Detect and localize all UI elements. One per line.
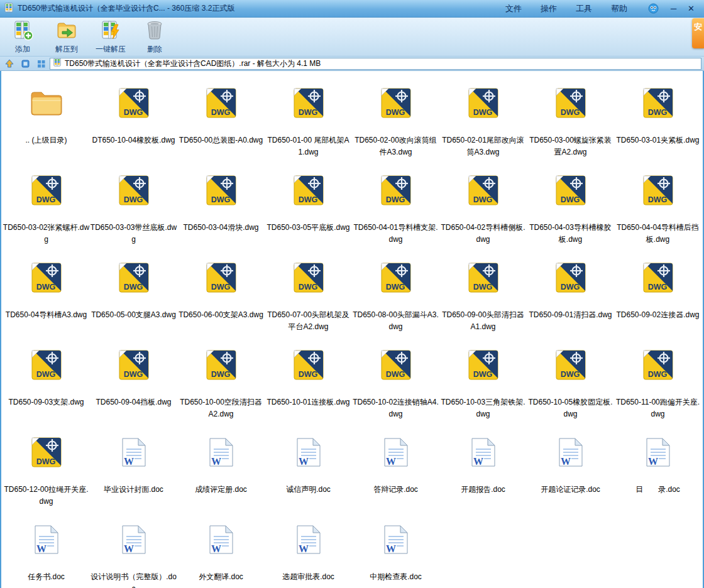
file-item[interactable]: DWG TD650-04-01导料槽支架.dwg [352, 161, 439, 249]
file-name: TD650-09-02连接器.dwg [616, 309, 699, 321]
view-list-button[interactable] [18, 58, 32, 70]
titlebar: TD650带式输送机设计（全套毕业设计含C... - 360压缩 3.2正式版 … [0, 0, 704, 18]
file-item[interactable]: DWG TD650-09-03支架.dwg [3, 336, 90, 423]
svg-text:W: W [124, 456, 134, 467]
file-name: 设计说明书（完整版）.doc [91, 571, 177, 588]
add-archive-icon [12, 19, 33, 43]
file-item[interactable]: DWG TD650-07-00头部机架及平台A2.dwg [265, 249, 352, 336]
safety-badge[interactable]: 安 [692, 18, 704, 48]
doc-file-icon: W [119, 436, 148, 469]
file-name: 答辩记录.doc [373, 484, 418, 496]
file-item[interactable]: W 中期检查表.doc [352, 511, 439, 588]
file-item[interactable]: DWG TD650-04-02导料槽侧板.dwg [439, 161, 527, 249]
close-button[interactable]: ✕ [682, 3, 700, 14]
file-item[interactable]: DWG TD650-09-01清扫器.dwg [527, 249, 614, 336]
file-item[interactable]: W 诚信声明.doc [265, 423, 352, 511]
dwg-file-icon: DWG [206, 174, 237, 207]
dwg-file-icon: DWG [206, 87, 237, 119]
dwg-file-icon: DWG [31, 261, 62, 294]
file-item[interactable]: DWG TD650-03-04滑块.dwg [177, 161, 265, 249]
file-item[interactable]: W 毕业设计封面.doc [90, 423, 177, 511]
file-item[interactable]: W 设计说明书（完整版）.doc [90, 511, 177, 588]
file-name: 开题报告.doc [461, 484, 505, 496]
file-name: TD650-10-00空段清扫器A2.dwg [178, 396, 265, 420]
menu-item-file[interactable]: 文件 [496, 1, 531, 16]
file-item[interactable]: W 成绩评定册.doc [177, 423, 265, 511]
file-item[interactable]: DWG TD650-04-04导料槽后挡板.dwg [614, 161, 701, 249]
file-item[interactable]: DWG TD650-03-05平底板.dwg [265, 161, 352, 249]
dwg-file-icon: DWG [31, 349, 62, 381]
file-item[interactable]: W 外文翻译.doc [177, 511, 265, 588]
svg-text:DWG: DWG [211, 370, 230, 379]
file-item[interactable]: DWG TD650-09-00头部清扫器A1.dwg [439, 249, 527, 336]
file-item[interactable]: DWG TD650-10-05橡胶固定板.dwg [527, 336, 614, 423]
folder-icon [29, 87, 64, 119]
dwg-file-icon: DWG [555, 261, 586, 294]
file-name: TD650-03-03带丝底板.dwg [91, 222, 177, 246]
svg-text:DWG: DWG [36, 283, 55, 291]
add-button[interactable]: 添加 [3, 19, 43, 55]
dwg-file-icon: DWG [555, 87, 586, 119]
file-item[interactable]: W 任务书.doc [3, 511, 90, 588]
minimize-button[interactable]: ─ [665, 3, 682, 14]
file-item[interactable]: DWG TD650-04导料槽A3.dwg [3, 249, 90, 336]
file-item[interactable]: DWG TD650-06-00支架A3.dwg [177, 249, 265, 336]
view-grid-button[interactable] [34, 58, 48, 70]
one-click-extract-icon [100, 19, 121, 43]
file-item[interactable]: DWG TD650-03-00螺旋张紧装置A2.dwg [527, 74, 614, 161]
file-item[interactable]: DWG DT650-10-04橡胶板.dwg [90, 74, 177, 161]
menu-item-help[interactable]: 帮助 [602, 1, 637, 16]
file-item[interactable]: DWG TD650-03-01夹紧板.dwg [614, 74, 701, 161]
delete-button[interactable]: 删除 [135, 19, 175, 55]
menu-item-action[interactable]: 操作 [531, 1, 566, 16]
file-item[interactable]: DWG TD650-03-02张紧螺杆.dwg [3, 161, 90, 249]
svg-text:W: W [299, 456, 309, 467]
file-item[interactable]: DWG TD650-01-00 尾部机架A1.dwg [265, 74, 352, 161]
file-name: TD650-02-00改向滚筒组件A3.dwg [353, 134, 439, 158]
svg-text:DWG: DWG [123, 283, 143, 291]
file-item[interactable]: DWG TD650-10-02连接销轴A4.dwg [352, 336, 439, 423]
file-item[interactable]: DWG TD650-12-00拉绳开关座.dwg [3, 423, 90, 511]
file-item[interactable]: DWG TD650-05-00支腿A3.dwg [90, 249, 177, 336]
file-name: .. (上级目录) [26, 134, 67, 146]
file-item[interactable]: DWG TD650-04-03导料槽橡胶板.dwg [527, 161, 614, 249]
svg-text:DWG: DWG [647, 283, 667, 291]
file-name: TD650-01-00 尾部机架A1.dwg [265, 134, 352, 158]
file-item[interactable]: DWG TD650-09-02连接器.dwg [614, 249, 701, 336]
file-item[interactable]: DWG TD650-02-01尾部改向滚筒A3.dwg [439, 74, 527, 161]
svg-text:DWG: DWG [211, 283, 230, 291]
dwg-file-icon: DWG [380, 261, 412, 294]
file-item[interactable]: DWG TD650-03-03带丝底板.dwg [90, 161, 177, 249]
file-item[interactable]: DWG TD650-10-00空段清扫器A2.dwg [177, 336, 265, 423]
file-item[interactable]: DWG TD650-02-00改向滚筒组件A3.dwg [352, 74, 439, 161]
file-item[interactable]: W 选题审批表.doc [265, 511, 352, 588]
file-item[interactable]: DWG TD650-08-00头部漏斗A3.dwg [352, 249, 439, 336]
file-item[interactable]: DWG TD650-09-04挡板.dwg [90, 336, 177, 423]
file-item[interactable]: W 答辩记录.doc [352, 423, 439, 511]
file-name: TD650-03-01夹紧板.dwg [616, 134, 699, 146]
file-item[interactable]: DWG TD650-10-03三角架铁架.dwg [439, 336, 527, 423]
extract-to-button[interactable]: 解压到 [47, 19, 87, 55]
file-item[interactable]: .. (上级目录) [3, 74, 90, 161]
dwg-file-icon: DWG [293, 349, 324, 381]
file-item[interactable]: DWG TD650-10-01连接板.dwg [265, 336, 352, 423]
file-name: TD650-09-03支架.dwg [8, 396, 84, 408]
file-item[interactable]: W 目 录.doc [614, 423, 701, 511]
logo-icon [648, 3, 659, 14]
doc-file-icon: W [556, 436, 585, 469]
svg-text:W: W [648, 456, 658, 467]
up-button[interactable] [3, 58, 16, 70]
dwg-file-icon: DWG [468, 261, 499, 294]
file-item[interactable]: DWG TD650-11-00跑偏开关座.dwg [614, 336, 701, 423]
file-item[interactable]: W 开题报告.doc [439, 423, 527, 511]
doc-file-icon: W [32, 523, 61, 556]
file-item[interactable]: DWG TD650-00总装图-A0.dwg [177, 74, 265, 161]
file-name: 选题审批表.doc [282, 571, 334, 583]
file-item[interactable]: W 开题论证记录.doc [527, 423, 614, 511]
menu-item-tools[interactable]: 工具 [566, 1, 602, 16]
file-name: TD650-10-05橡胶固定板.dwg [527, 396, 614, 420]
path-field[interactable]: TD650带式输送机设计（全套毕业设计含CAD图纸）.rar - 解包大小为 4… [50, 58, 701, 70]
file-name: TD650-03-04滑块.dwg [183, 222, 258, 234]
file-name: TD650-06-00支架A3.dwg [179, 309, 263, 321]
one-click-extract-button[interactable]: 一键解压 [91, 19, 131, 55]
